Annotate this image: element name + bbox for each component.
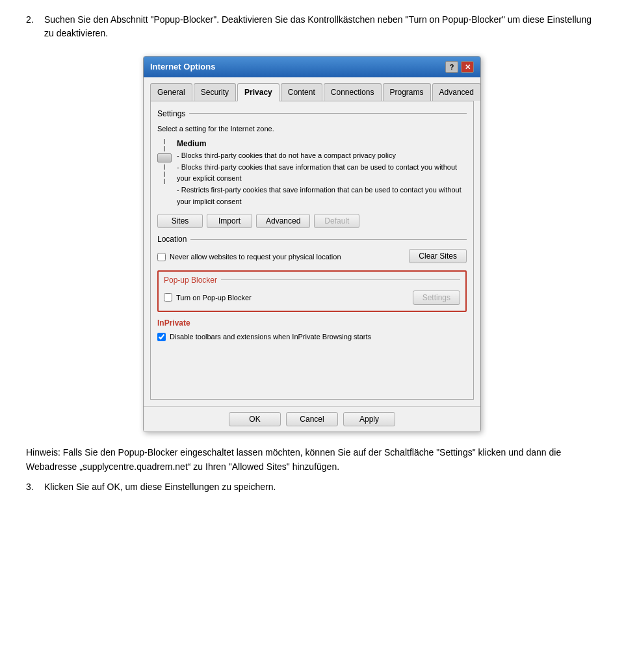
sites-button[interactable]: Sites	[157, 214, 203, 228]
tab-privacy[interactable]: Privacy	[237, 83, 280, 101]
clear-sites-button[interactable]: Clear Sites	[409, 249, 467, 263]
tab-advanced[interactable]: Advanced	[432, 83, 481, 101]
dialog-title: Internet Options	[150, 60, 215, 73]
tab-content-privacy: Settings Select a setting for the Intern…	[150, 101, 474, 400]
dialog-titlebar: Internet Options ? ✕	[144, 57, 480, 77]
privacy-slider-area: Medium - Blocks third-party cookies that…	[157, 138, 467, 207]
advanced-button[interactable]: Advanced	[256, 214, 310, 228]
privacy-desc: Select a setting for the Internet zone.	[157, 123, 467, 135]
privacy-buttons-row: Sites Import Advanced Default	[157, 214, 467, 228]
internet-options-dialog: Internet Options ? ✕ General Security Pr…	[143, 56, 481, 432]
slider-line-top	[164, 139, 165, 144]
tab-security[interactable]: Security	[194, 83, 236, 101]
inprivate-label: InPrivate	[157, 317, 467, 329]
popup-blocker-checkbox[interactable]	[164, 293, 172, 302]
popup-blocker-group-label: Pop-up Blocker	[164, 274, 460, 286]
cancel-button[interactable]: Cancel	[286, 412, 338, 426]
settings-group-label: Settings	[157, 108, 467, 120]
import-button[interactable]: Import	[207, 214, 252, 228]
tab-content[interactable]: Content	[281, 83, 322, 101]
privacy-bullet-3: - Restricts first-party cookies that sav…	[177, 185, 467, 207]
slider-line-4	[164, 172, 165, 177]
ok-button[interactable]: OK	[229, 412, 281, 426]
inprivate-group: InPrivate Disable toolbars and extension…	[157, 317, 467, 342]
inprivate-checkbox-row: Disable toolbars and extensions when InP…	[157, 331, 467, 342]
slider-thumb[interactable]	[157, 153, 172, 162]
location-checkbox[interactable]	[157, 253, 166, 261]
dialog-wrapper: Internet Options ? ✕ General Security Pr…	[26, 56, 598, 432]
privacy-bullet-2: - Blocks third-party cookies that save i…	[177, 162, 467, 185]
popup-blocker-checkbox-label: Turn on Pop-up Blocker	[176, 292, 252, 304]
location-group: Location Never allow websites to request…	[157, 233, 467, 265]
inprivate-checkbox[interactable]	[157, 333, 166, 341]
slider-line-5	[164, 179, 165, 184]
help-button[interactable]: ?	[445, 61, 458, 73]
default-button[interactable]: Default	[314, 214, 359, 228]
privacy-slider[interactable]	[157, 139, 172, 184]
slider-line-3	[164, 164, 165, 170]
location-group-label: Location	[157, 233, 467, 245]
tab-programs[interactable]: Programs	[383, 83, 431, 101]
privacy-text-block: Medium - Blocks third-party cookies that…	[177, 138, 467, 207]
tab-bar: General Security Privacy Content Connect…	[150, 83, 474, 101]
tab-general[interactable]: General	[150, 83, 192, 101]
popup-blocker-row: Turn on Pop-up Blocker Settings	[164, 290, 460, 306]
titlebar-buttons: ? ✕	[445, 61, 474, 73]
step-2: 2. Suchen Sie den Abschnitt "Popup-Block…	[26, 13, 598, 40]
popup-blocker-checkbox-row: Turn on Pop-up Blocker	[164, 292, 252, 304]
step-3-number: 3.	[26, 480, 39, 494]
privacy-level-label: Medium	[177, 138, 467, 150]
tab-connections[interactable]: Connections	[324, 83, 382, 101]
step-3-text: Klicken Sie auf OK, um diese Einstellung…	[44, 480, 276, 494]
slider-line-2	[164, 146, 165, 151]
location-checkbox-row: Never allow websites to request your phy…	[157, 252, 341, 263]
inprivate-checkbox-label: Disable toolbars and extensions when InP…	[170, 331, 371, 342]
dialog-bottom-buttons: OK Cancel Apply	[144, 406, 480, 432]
privacy-bullet-1: - Blocks third-party cookies that do not…	[177, 150, 467, 162]
step-2-text: Suchen Sie den Abschnitt "Popup-Blocker"…	[44, 13, 598, 40]
dialog-body: General Security Privacy Content Connect…	[144, 77, 480, 406]
hint-text: Hinweis: Falls Sie den Popup-Blocker ein…	[26, 445, 598, 474]
apply-button[interactable]: Apply	[343, 412, 395, 426]
step-2-number: 2.	[26, 13, 39, 40]
popup-blocker-settings-button[interactable]: Settings	[413, 291, 460, 305]
close-button[interactable]: ✕	[461, 61, 474, 73]
step-3: 3. Klicken Sie auf OK, um diese Einstell…	[26, 480, 598, 494]
popup-blocker-group: Pop-up Blocker Turn on Pop-up Blocker Se…	[157, 270, 467, 313]
location-checkbox-label: Never allow websites to request your phy…	[170, 252, 341, 263]
